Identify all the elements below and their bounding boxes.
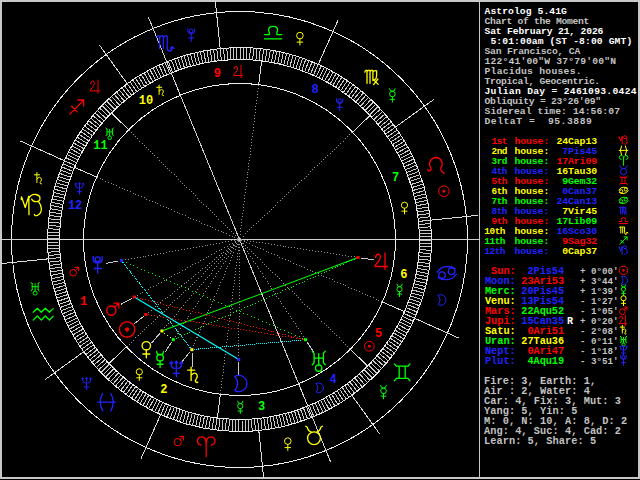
svg-text:Plut:: Plut: (485, 355, 516, 367)
svg-text:3: 3 (258, 400, 265, 414)
svg-text:DeltaT = 95.3889: DeltaT = 95.3889 (485, 116, 593, 127)
svg-text:- 3°51': - 3°51' (580, 356, 619, 367)
svg-text:Learn: 5, Share: 5: Learn: 5, Share: 5 (484, 435, 596, 447)
svg-text:0Cap37: 0Cap37 (557, 246, 598, 257)
svg-text:5: 5 (375, 327, 382, 341)
svg-text:7: 7 (392, 171, 399, 185)
svg-text:12: 12 (68, 199, 82, 213)
svg-text:12th: 12th (484, 246, 506, 257)
svg-text:9: 9 (214, 67, 221, 81)
svg-text:8: 8 (312, 83, 319, 97)
svg-text:11: 11 (93, 139, 107, 153)
svg-text:R: R (567, 316, 574, 327)
svg-text:2: 2 (160, 383, 167, 397)
svg-text:4Aqu19: 4Aqu19 (521, 356, 564, 367)
svg-text:1: 1 (80, 295, 87, 309)
svg-text:10: 10 (139, 94, 153, 108)
svg-text:6: 6 (400, 268, 407, 282)
svg-text:4: 4 (329, 373, 336, 387)
svg-text:house:: house: (515, 246, 550, 257)
